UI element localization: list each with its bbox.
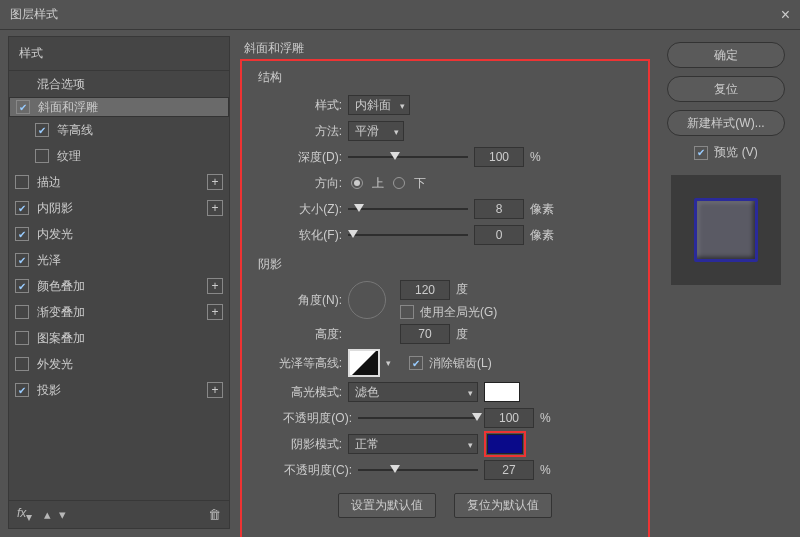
style-row-4[interactable]: 描边+: [9, 169, 229, 195]
style-row-5[interactable]: 内阴影+: [9, 195, 229, 221]
direction-up-radio[interactable]: [351, 177, 363, 189]
highlight-opacity-field: 不透明度(O): 100 %: [252, 405, 638, 431]
highlight-opacity-slider[interactable]: [358, 411, 478, 425]
style-label: 斜面和浮雕: [38, 99, 210, 116]
highlight-opacity-input[interactable]: 100: [484, 408, 534, 428]
preview-label: 预览 (V): [714, 144, 757, 161]
style-checkbox[interactable]: [15, 175, 29, 189]
size-label: 大小(Z):: [252, 201, 342, 218]
highlight-mode-select[interactable]: 滤色▾: [348, 382, 478, 402]
shadow-mode-select[interactable]: 正常▾: [348, 434, 478, 454]
shadow-opacity-input[interactable]: 27: [484, 460, 534, 480]
direction-down-radio[interactable]: [393, 177, 405, 189]
add-instance-button[interactable]: +: [207, 200, 223, 216]
reset-default-button[interactable]: 复位为默认值: [454, 493, 552, 518]
soften-input[interactable]: 0: [474, 225, 524, 245]
cancel-button[interactable]: 复位: [667, 76, 785, 102]
size-input[interactable]: 8: [474, 199, 524, 219]
gloss-label: 光泽等高线:: [252, 355, 342, 372]
style-row-12[interactable]: 投影+: [9, 377, 229, 403]
style-label: 图案叠加: [37, 330, 225, 347]
add-instance-button[interactable]: +: [207, 382, 223, 398]
style-row-7[interactable]: 光泽: [9, 247, 229, 273]
right-panel: 确定 复位 新建样式(W)... 预览 (V): [660, 36, 792, 529]
style-label: 内发光: [37, 226, 225, 243]
soften-slider[interactable]: [348, 228, 468, 242]
global-light-checkbox[interactable]: [400, 305, 414, 319]
ok-button[interactable]: 确定: [667, 42, 785, 68]
preview-toggle: 预览 (V): [694, 144, 757, 161]
style-label: 描边: [37, 174, 207, 191]
style-row-3[interactable]: 纹理: [9, 143, 229, 169]
technique-label: 方法:: [252, 123, 342, 140]
angle-input[interactable]: 120: [400, 280, 450, 300]
close-icon[interactable]: ×: [760, 6, 790, 24]
style-label: 投影: [37, 382, 207, 399]
style-checkbox[interactable]: [15, 279, 29, 293]
soften-label: 软化(F):: [252, 227, 342, 244]
depth-field: 深度(D): 100 %: [252, 144, 638, 170]
style-checkbox[interactable]: [35, 123, 49, 137]
trash-icon[interactable]: 🗑: [208, 507, 221, 522]
style-label: 外发光: [37, 356, 225, 373]
style-row-10[interactable]: 图案叠加: [9, 325, 229, 351]
style-row-8[interactable]: 颜色叠加+: [9, 273, 229, 299]
antialias-checkbox[interactable]: [409, 356, 423, 370]
style-select[interactable]: 内斜面▾: [348, 95, 410, 115]
fx-icon[interactable]: fx▾: [17, 505, 32, 524]
caret-icon: ▾: [468, 440, 473, 450]
style-checkbox[interactable]: [15, 227, 29, 241]
style-checkbox[interactable]: [15, 253, 29, 267]
section-title: 斜面和浮雕: [244, 40, 650, 57]
add-instance-button[interactable]: +: [207, 278, 223, 294]
style-row-2[interactable]: 等高线: [9, 117, 229, 143]
angle-dial[interactable]: [348, 281, 386, 319]
altitude-input[interactable]: 70: [400, 324, 450, 344]
style-label: 光泽: [37, 252, 225, 269]
style-checkbox[interactable]: [15, 331, 29, 345]
depth-unit: %: [530, 150, 558, 164]
new-style-button[interactable]: 新建样式(W)...: [667, 110, 785, 136]
style-checkbox[interactable]: [15, 305, 29, 319]
style-checkbox[interactable]: [15, 201, 29, 215]
highlight-mode-label: 高光模式:: [252, 384, 342, 401]
style-row-1[interactable]: 斜面和浮雕: [9, 97, 229, 117]
technique-select[interactable]: 平滑▾: [348, 121, 404, 141]
style-row-0[interactable]: 混合选项: [9, 71, 229, 97]
style-label: 渐变叠加: [37, 304, 207, 321]
highlight-color-swatch[interactable]: [484, 382, 520, 402]
add-instance-button[interactable]: +: [207, 174, 223, 190]
style-label: 样式:: [252, 97, 342, 114]
style-row-9[interactable]: 渐变叠加+: [9, 299, 229, 325]
style-checkbox[interactable]: [15, 357, 29, 371]
style-checkbox[interactable]: [15, 383, 29, 397]
chevron-up-icon[interactable]: ▴: [44, 507, 51, 522]
size-slider[interactable]: [348, 202, 468, 216]
soften-unit: 像素: [530, 227, 558, 244]
chevron-down-icon[interactable]: ▾: [59, 507, 66, 522]
direction-label: 方向:: [252, 175, 342, 192]
main: 样式 混合选项斜面和浮雕等高线纹理描边+内阴影+内发光光泽颜色叠加+渐变叠加+图…: [0, 30, 800, 537]
angle-field: 角度(N): 120 度 使用全局光(G): [252, 279, 638, 321]
style-checkbox[interactable]: [16, 100, 30, 114]
preview-checkbox[interactable]: [694, 146, 708, 160]
window-title: 图层样式: [10, 6, 760, 23]
add-instance-button[interactable]: +: [207, 304, 223, 320]
shadow-opacity-unit: %: [540, 463, 568, 477]
preview-swatch: [694, 198, 758, 262]
style-label: 内阴影: [37, 200, 207, 217]
style-row-11[interactable]: 外发光: [9, 351, 229, 377]
shadow-mode-field: 阴影模式: 正常▾: [252, 431, 638, 457]
bevel-panel: 结构 样式: 内斜面▾ 方法: 平滑▾ 深度(D): 100 % 方向: 上 下: [240, 59, 650, 537]
shadow-color-swatch[interactable]: [487, 434, 523, 454]
shadow-opacity-slider[interactable]: [358, 463, 478, 477]
depth-input[interactable]: 100: [474, 147, 524, 167]
depth-slider[interactable]: [348, 150, 468, 164]
highlight-mode-field: 高光模式: 滤色▾: [252, 379, 638, 405]
style-row-6[interactable]: 内发光: [9, 221, 229, 247]
gloss-contour[interactable]: [348, 349, 380, 377]
styles-list: 混合选项斜面和浮雕等高线纹理描边+内阴影+内发光光泽颜色叠加+渐变叠加+图案叠加…: [9, 71, 229, 500]
style-checkbox[interactable]: [35, 149, 49, 163]
make-default-button[interactable]: 设置为默认值: [338, 493, 436, 518]
size-field: 大小(Z): 8 像素: [252, 196, 638, 222]
